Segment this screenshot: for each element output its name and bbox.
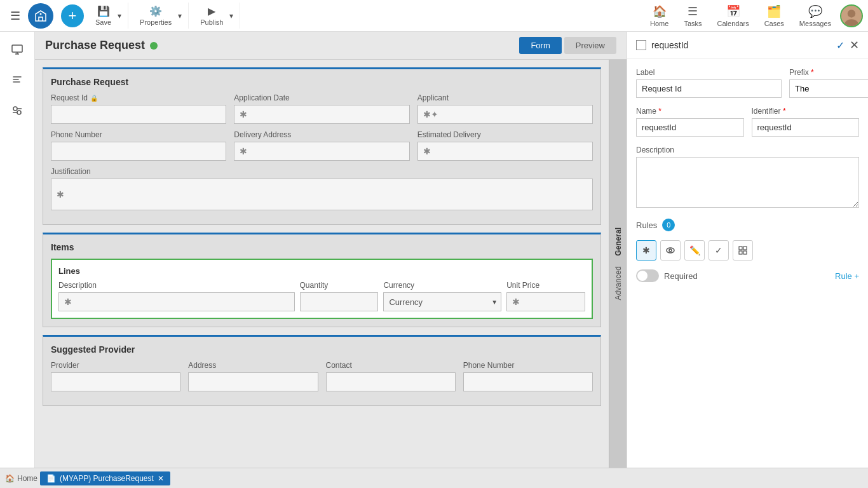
label-field: Label: [636, 68, 782, 98]
rule-add-link[interactable]: Rule +: [835, 271, 859, 281]
svg-point-6: [17, 111, 21, 114]
side-tabs: General Advanced: [609, 60, 627, 468]
home-icon: 🏠: [653, 4, 667, 18]
save-dropdown[interactable]: ▾: [116, 9, 123, 23]
applicant-input[interactable]: ✱✦: [417, 105, 593, 124]
panel-header: requestId ✓ ✕: [627, 32, 868, 59]
provider-input[interactable]: [51, 372, 180, 391]
lines-row: ✱ Currency USD EUR: [58, 292, 585, 311]
currency-select-wrapper: Currency USD EUR GBP: [383, 292, 501, 311]
tool-eye-button[interactable]: [660, 240, 681, 261]
prefix-input[interactable]: [789, 79, 868, 98]
required-label: Required: [664, 271, 698, 281]
identifier-field: Identifier *: [752, 107, 860, 137]
properties-button[interactable]: ⚙️ Properties: [136, 3, 175, 29]
add-button[interactable]: +: [61, 4, 84, 27]
rules-count-badge: 0: [662, 219, 675, 231]
suggested-provider-title: Suggested Provider: [51, 344, 593, 355]
name-identifier-row: Name * Identifier *: [636, 107, 859, 137]
panel-close-button[interactable]: ✕: [850, 38, 859, 52]
request-id-input[interactable]: [51, 105, 226, 124]
properties-icon: ⚙️: [149, 5, 162, 17]
phone-number-label: Phone Number: [51, 130, 226, 139]
panel-checkbox[interactable]: [636, 40, 646, 50]
tasks-nav-button[interactable]: ☰ Tasks: [677, 2, 708, 30]
application-date-input[interactable]: ✱: [234, 105, 409, 124]
estimated-delivery-input[interactable]: ✱: [417, 142, 593, 161]
description-field-container: Description: [636, 146, 859, 210]
quantity-input[interactable]: [300, 292, 379, 311]
svg-point-5: [13, 107, 17, 111]
sidebar-monitor-icon[interactable]: [6, 38, 29, 61]
description-textarea[interactable]: [636, 157, 859, 208]
form-tab-button[interactable]: Form: [519, 37, 561, 54]
tool-edit-button[interactable]: ✏️: [684, 240, 705, 261]
unit-price-input[interactable]: ✱: [506, 292, 585, 311]
logo-button[interactable]: [28, 3, 53, 29]
menu-button[interactable]: ☰: [5, 6, 25, 25]
contact-input[interactable]: [326, 372, 456, 391]
description-cell: ✱: [58, 292, 295, 311]
tool-grid-button[interactable]: [733, 240, 753, 261]
tool-asterisk-button[interactable]: ✱: [636, 240, 656, 261]
prefix-row: ▾: [789, 79, 859, 98]
provider-phone-field: Phone Number: [463, 361, 593, 391]
publish-button[interactable]: ▶ Publish: [196, 3, 227, 29]
request-id-field: Request Id 🔒: [51, 93, 226, 124]
home-nav-button[interactable]: 🏠 Home: [644, 2, 675, 30]
form-area: Purchase Request Request Id 🔒 Applicatio…: [35, 60, 609, 468]
prefix-field-label: Prefix *: [789, 68, 859, 77]
description-label: Description: [636, 146, 859, 154]
description-col-header: Description: [58, 281, 295, 290]
calendars-nav-button[interactable]: 📅 Calendars: [711, 2, 756, 30]
tool-check-button[interactable]: ✓: [709, 240, 729, 261]
currency-select[interactable]: Currency USD EUR GBP: [383, 292, 501, 311]
address-label: Address: [188, 361, 318, 370]
tasks-icon: ☰: [688, 4, 698, 18]
identifier-input[interactable]: [752, 118, 860, 137]
preview-tab-button[interactable]: Preview: [564, 37, 616, 54]
svg-rect-9: [739, 247, 742, 250]
home-bottom-button[interactable]: 🏠 Home: [5, 474, 37, 483]
page-title: Purchase Request: [45, 39, 145, 52]
name-input[interactable]: [636, 118, 744, 137]
user-avatar[interactable]: [840, 4, 863, 27]
properties-dropdown[interactable]: ▾: [177, 9, 183, 23]
suggested-provider-section: Suggested Provider Provider Address Cont…: [43, 335, 601, 406]
label-input[interactable]: [636, 79, 782, 98]
unit-price-col-header: Unit Price: [506, 281, 585, 290]
description-input[interactable]: ✱: [58, 292, 295, 311]
cases-nav-button[interactable]: 🗂️ Cases: [758, 2, 790, 30]
request-id-label: Request Id 🔒: [51, 93, 226, 102]
lines-header: Description Quantity Currency Unit Price: [58, 281, 585, 290]
justification-label: Justification: [51, 167, 593, 176]
name-field-label: Name *: [636, 107, 744, 116]
active-tab-item[interactable]: 📄 (MYAPP) PurchaseRequest ✕: [40, 471, 170, 485]
provider-field: Provider: [51, 361, 180, 391]
panel-confirm-button[interactable]: ✓: [836, 39, 844, 51]
sidebar-widget-icon[interactable]: [6, 99, 29, 122]
purchase-request-section: Purchase Request Request Id 🔒 Applicatio…: [43, 67, 601, 225]
rules-label: Rules: [636, 220, 657, 230]
identifier-field-label: Identifier *: [752, 107, 860, 116]
required-toggle[interactable]: [636, 269, 659, 282]
general-tab[interactable]: General: [614, 222, 623, 261]
delivery-address-input[interactable]: ✱: [234, 142, 409, 161]
contact-field: Contact: [326, 361, 456, 391]
justification-input[interactable]: ✱: [51, 179, 593, 210]
svg-point-7: [667, 248, 674, 253]
provider-phone-input[interactable]: [463, 372, 593, 391]
address-input[interactable]: [188, 372, 318, 391]
advanced-tab[interactable]: Advanced: [614, 261, 623, 305]
required-row: Required Rule +: [636, 269, 859, 282]
contact-label: Contact: [326, 361, 456, 370]
svg-point-0: [40, 13, 42, 15]
save-button[interactable]: 💾 Save: [92, 3, 115, 29]
tab-close-button[interactable]: ✕: [158, 475, 164, 482]
sidebar-text-icon[interactable]: [6, 69, 29, 92]
phone-number-input[interactable]: [51, 142, 226, 161]
publish-dropdown[interactable]: ▾: [228, 9, 234, 23]
rules-row: Rules 0: [636, 219, 859, 231]
quantity-cell: [300, 292, 379, 311]
messages-nav-button[interactable]: 💬 Messages: [793, 2, 837, 30]
